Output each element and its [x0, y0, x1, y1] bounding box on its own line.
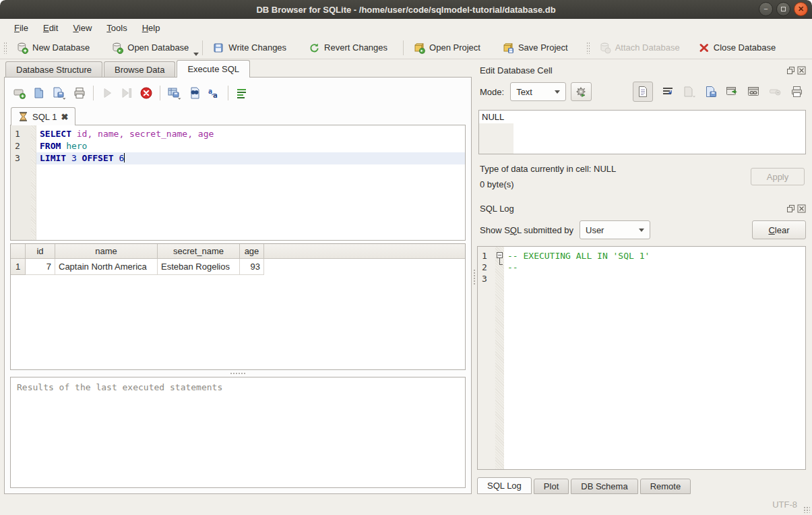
save-results-icon[interactable]: [167, 86, 182, 100]
mode-selected-value: Text: [516, 87, 532, 97]
open-sql-file-icon[interactable]: [32, 86, 46, 100]
format-sql-icon[interactable]: aa: [208, 86, 221, 100]
sql-toolbar: aa: [10, 83, 466, 103]
revert-changes-button[interactable]: Revert Changes: [302, 39, 394, 57]
save-project-icon: [502, 42, 514, 54]
menu-tools[interactable]: Tools: [99, 20, 134, 36]
tab-db-schema[interactable]: DB Schema: [571, 479, 637, 494]
menu-help[interactable]: Help: [135, 20, 168, 36]
open-in-external-icon[interactable]: [726, 86, 739, 97]
tab-browse-data[interactable]: Browse Data: [104, 61, 175, 77]
results-corner-cell[interactable]: [11, 244, 26, 258]
import-data-icon[interactable]: [683, 86, 696, 98]
print-cell-icon[interactable]: [790, 86, 803, 98]
sql-toolbar-separator: [228, 86, 228, 100]
cell-name[interactable]: Captain North America: [55, 259, 158, 275]
log-line-3: [504, 273, 805, 284]
column-header-age[interactable]: age: [240, 244, 264, 258]
column-header-id[interactable]: id: [26, 244, 55, 258]
close-dock-icon[interactable]: [797, 204, 806, 213]
right-pane: Edit Database Cell Mode: Text: [477, 59, 812, 494]
new-sql-tab-icon[interactable]: [13, 86, 26, 100]
sql-log-view[interactable]: 1 2 3 -- EXECUTING ALL IN 'SQL 1' --: [477, 246, 806, 470]
find-in-sql-icon[interactable]: [188, 86, 201, 100]
execute-all-icon[interactable]: [100, 86, 114, 100]
tab-sql-log[interactable]: SQL Log: [477, 477, 532, 494]
results-message-box[interactable]: Results of the last executed statements: [10, 377, 466, 488]
apply-button[interactable]: Apply: [751, 168, 805, 185]
open-database-button[interactable]: Open Database: [105, 39, 195, 57]
toolbar-drag-handle[interactable]: [586, 42, 591, 54]
sql-log-dock-titlebar[interactable]: SQL Log: [477, 202, 806, 215]
table-row[interactable]: 1 7 Captain North America Esteban Rogeli…: [11, 259, 465, 275]
log-fold-margin[interactable]: [495, 247, 504, 469]
results-message-text: Results of the last executed statements: [17, 382, 222, 392]
text-mode-icon[interactable]: [633, 82, 653, 102]
float-dock-icon[interactable]: [786, 66, 795, 75]
close-button[interactable]: ✕: [794, 2, 808, 16]
title-bar[interactable]: DB Browser for SQLite - /home/user/code/…: [0, 0, 812, 19]
word-wrap-cell-icon[interactable]: [662, 86, 674, 97]
open-project-button[interactable]: Open Project: [407, 39, 487, 57]
column-header-filler: [264, 244, 465, 258]
horizontal-splitter[interactable]: [10, 370, 466, 377]
open-database-icon: [111, 42, 123, 54]
column-header-name[interactable]: name: [55, 244, 158, 258]
resize-grip[interactable]: [803, 506, 810, 513]
fold-elbow-line: [499, 258, 503, 265]
open-project-icon: [413, 42, 425, 54]
edit-cell-dock-titlebar[interactable]: Edit Database Cell: [477, 63, 806, 77]
new-database-button[interactable]: New Database: [10, 39, 96, 57]
row-header-1[interactable]: 1: [11, 259, 26, 275]
gear-import-icon: [575, 86, 587, 98]
set-null-icon[interactable]: [769, 87, 782, 96]
close-dock-icon[interactable]: [797, 66, 806, 75]
text-cursor: [124, 153, 125, 162]
cell-id[interactable]: 7: [26, 259, 55, 275]
maximize-button[interactable]: [776, 2, 790, 16]
results-grid[interactable]: id name secret_name age 1 7 Captain Nort…: [10, 243, 466, 370]
new-database-label: New Database: [32, 42, 90, 53]
open-database-label: Open Database: [127, 42, 189, 53]
mode-select[interactable]: Text: [510, 82, 566, 101]
toolbar-drag-handle[interactable]: [3, 42, 8, 54]
save-project-button[interactable]: Save Project: [496, 39, 574, 57]
sql-1-tab[interactable]: SQL 1 ✖: [11, 107, 75, 125]
encoding-indicator[interactable]: UTF-8: [772, 499, 797, 510]
minimize-button[interactable]: −: [759, 2, 773, 16]
attach-database-button[interactable]: Attach Database: [593, 39, 686, 57]
tab-database-structure[interactable]: Database Structure: [5, 61, 102, 77]
sql-tab-close-icon[interactable]: ✖: [61, 112, 68, 122]
log-filter-select[interactable]: User: [580, 220, 650, 239]
word-wrap-icon[interactable]: [235, 86, 249, 100]
main-tab-bar: Database Structure Browse Data Execute S…: [4, 59, 472, 77]
execute-line-icon[interactable]: [120, 86, 133, 100]
cell-secret-name[interactable]: Esteban Rogelios: [158, 259, 240, 275]
write-changes-button[interactable]: Write Changes: [206, 39, 292, 57]
float-dock-icon[interactable]: [786, 204, 795, 213]
menu-edit[interactable]: Edit: [36, 20, 65, 36]
close-database-button[interactable]: Close Database: [693, 40, 782, 56]
column-header-secret-name[interactable]: secret_name: [158, 244, 240, 258]
sql-editor[interactable]: 1 2 3 SELECT id, name, secret_name, age …: [10, 125, 466, 241]
menu-view[interactable]: View: [65, 20, 99, 36]
save-sql-file-icon[interactable]: [52, 86, 67, 100]
editor-line-numbers: 1 2 3: [11, 125, 31, 240]
toolbar-separator: [202, 40, 203, 55]
cell-editor-textarea[interactable]: NULL: [478, 110, 806, 154]
stop-execution-icon[interactable]: [139, 86, 153, 100]
fold-collapse-icon[interactable]: [497, 252, 503, 258]
clear-log-button[interactable]: Clear: [752, 220, 806, 239]
export-data-icon[interactable]: [705, 86, 717, 98]
vertical-splitter[interactable]: [472, 59, 477, 494]
copy-as-link-icon[interactable]: [747, 86, 760, 97]
cell-age[interactable]: 93: [240, 259, 264, 275]
editor-code-area[interactable]: SELECT id, name, secret_name, age FROM h…: [36, 125, 465, 240]
menu-file[interactable]: File: [7, 20, 36, 36]
print-sql-icon[interactable]: [73, 86, 86, 100]
open-database-dropdown-arrow[interactable]: [193, 53, 199, 56]
tab-execute-sql[interactable]: Execute SQL: [177, 60, 250, 78]
tab-plot[interactable]: Plot: [534, 479, 569, 494]
auto-switch-mode-button[interactable]: [571, 82, 592, 101]
tab-remote[interactable]: Remote: [640, 479, 691, 494]
